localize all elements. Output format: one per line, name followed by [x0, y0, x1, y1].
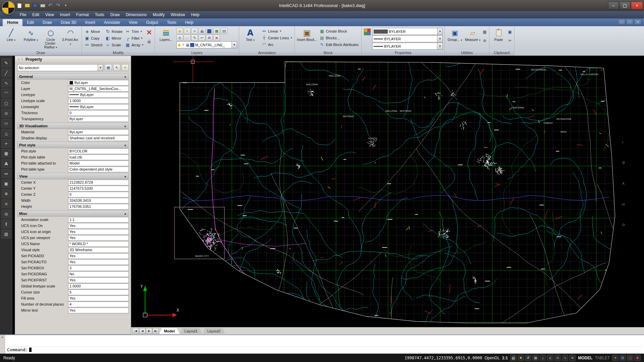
chevron-down-icon[interactable]: ▼ [98, 64, 103, 71]
section-header-view[interactable]: View▲ [17, 173, 129, 179]
chevron-down-icon[interactable]: ▼ [437, 43, 442, 49]
property-value-center-x[interactable]: 2123822.8728 [68, 180, 129, 185]
gear-button[interactable]: ⚙ [620, 355, 626, 361]
hatch-tool-button[interactable]: ▦ [1, 149, 11, 158]
previous-layer-toggle[interactable]: ↩ [199, 35, 205, 41]
property-value-fill-area[interactable]: Yes [68, 296, 129, 301]
fillet-button[interactable]: ╭Fillet▾ [124, 35, 144, 41]
menu-insert[interactable]: Insert [57, 11, 73, 18]
menu-help[interactable]: Help [188, 11, 203, 18]
calculator-button[interactable]: ▦ [483, 29, 486, 35]
dimension-tool-button[interactable]: ↔ [1, 169, 11, 178]
annotation-scale[interactable]: 1:1 [502, 356, 508, 360]
layer-states-toggle[interactable]: ▤ [221, 28, 227, 34]
lock-toggle[interactable] [199, 28, 205, 34]
layout-tab-model[interactable]: Model [159, 328, 179, 334]
property-value-set-pickfirst[interactable]: Yes [68, 277, 129, 283]
chevron-down-icon[interactable]: ▼ [437, 36, 442, 42]
line-tool-button[interactable]: ╱ [1, 69, 11, 77]
create-block-button[interactable]: ▦Create Block [318, 28, 360, 34]
property-value-lineweight[interactable]: ByLayer [68, 104, 129, 110]
circle-center-radius-button[interactable]: ○Circle Center-Radius ▾ [41, 27, 60, 49]
block-tool-button[interactable]: ▣ [1, 179, 11, 188]
menu-dimensions[interactable]: Dimensions [123, 11, 150, 18]
group-button[interactable]: ▣Group... ▾ [446, 27, 463, 42]
ucs-status-button[interactable]: + [612, 355, 619, 361]
line-button[interactable]: ╱Line ▾ [2, 27, 20, 42]
menu-file[interactable]: File [17, 11, 29, 18]
copy-button[interactable]: ▣Copy [84, 35, 104, 41]
array-button[interactable]: ▦Array▾ [124, 42, 144, 48]
grid-toggle[interactable]: ▦ [532, 355, 539, 361]
tab-home[interactable]: Home [3, 19, 22, 26]
stretch-button[interactable]: ↔Stretch [84, 42, 104, 48]
snap-toggle[interactable]: # [525, 355, 531, 361]
menu-modify[interactable]: Modify [150, 11, 168, 18]
property-value-set-pickdrag[interactable]: No [68, 271, 129, 277]
property-value-plot-style[interactable]: BYCOLOR [68, 148, 129, 154]
app-logo-icon[interactable] [2, 1, 15, 14]
tab-output[interactable]: Output [142, 19, 163, 26]
tab-tools[interactable]: Tools [163, 19, 181, 26]
id-point-button[interactable]: ⊕ [483, 37, 486, 43]
etrack-toggle[interactable]: ∿ [562, 355, 568, 361]
esnap-toggle[interactable]: ⊙ [554, 355, 561, 361]
arc-tool-button[interactable]: ◠ [1, 89, 11, 97]
tab-draw[interactable]: Draw [38, 19, 56, 26]
snap-tool-button[interactable]: ⊕ [1, 189, 11, 198]
off-toggle[interactable]: ○ [184, 35, 191, 41]
blocks-button[interactable]: ▤Blocks... [318, 35, 360, 41]
new-layer-toggle[interactable]: ▦ [213, 28, 220, 34]
layout-next-button[interactable]: ▶ [146, 328, 152, 334]
close-icon[interactable]: × [1, 335, 3, 339]
tablet-toggle[interactable]: TABLET [595, 356, 610, 360]
menu-edit[interactable]: Edit [29, 11, 42, 18]
minimize-button[interactable]: – [608, 2, 619, 9]
chevron-down-icon[interactable]: ▼ [437, 28, 442, 35]
plot-button[interactable] [39, 3, 46, 9]
alert-button[interactable]: ● [634, 355, 641, 361]
layout-prev-button[interactable]: ◀ [139, 328, 146, 334]
move-button[interactable]: +Move [84, 28, 104, 35]
rectangle-tool-button[interactable]: ▭ [1, 119, 11, 128]
property-value-plot-table-type[interactable]: Color-dependent plot style [68, 167, 129, 172]
point-tool-button[interactable]: + [1, 139, 11, 148]
maximize-button[interactable]: ▢ [620, 2, 630, 9]
polyline-button[interactable]: ∿Polyline ▾ [21, 27, 40, 42]
save-button[interactable] [32, 3, 38, 9]
property-value-ucs-per-viewport[interactable]: Yes [68, 235, 129, 241]
property-value-center-z[interactable]: 0 [68, 192, 129, 197]
lwt-toggle[interactable]: ≡ [569, 355, 576, 361]
property-value-linetype-scale[interactable]: 1.0000 [68, 98, 129, 104]
layer-dropdown[interactable]: ●☀M_CNTRL_LINE_▼ [176, 41, 237, 48]
property-value-transparency[interactable]: ByLayer [68, 116, 129, 122]
lock-button[interactable] [148, 39, 151, 45]
property-value-center-y[interactable]: 1147673.5330 [68, 186, 129, 191]
layers-button[interactable]: Layers... [157, 27, 175, 42]
layout-tab-layout2[interactable]: Layout2 [203, 328, 225, 334]
property-value-annotation-scale[interactable]: 1:1 [68, 217, 129, 223]
layout-last-button[interactable]: ▶| [153, 328, 159, 334]
tab-help[interactable]: Help [181, 19, 198, 26]
properties-launcher-button[interactable] [363, 27, 371, 35]
edit-block-attributes-button[interactable]: ✎Edit Block Attributes [318, 41, 360, 48]
mirror-button[interactable]: ◧Mirror [104, 35, 123, 41]
property-value-layer[interactable]: M_CNTRL_LINE_SectionCou... [68, 86, 129, 92]
lock-toggle[interactable] [510, 355, 517, 361]
property-value-color[interactable]: ByLayer [68, 80, 129, 86]
property-value-width[interactable]: 334338.3419 [68, 198, 129, 203]
menu-view[interactable]: View [42, 11, 57, 18]
new-file-button[interactable] [16, 3, 23, 9]
circle-tool-button[interactable]: ○ [1, 99, 11, 107]
polygon-tool-button[interactable]: △ [1, 129, 11, 138]
property-value-linetype[interactable]: ByLayer [68, 92, 129, 98]
redo-button[interactable]: ↷ [55, 3, 61, 9]
selection-combo[interactable]: No selection ▼ [17, 64, 103, 71]
copy-clip-button[interactable]: ▣ [508, 29, 512, 35]
section-header-general[interactable]: General▲ [17, 73, 129, 80]
tab-insert[interactable]: Insert [81, 19, 100, 26]
menu-draw[interactable]: Draw [107, 11, 123, 18]
polyline-tool-button[interactable]: ∿ [1, 79, 11, 87]
property-value-plot-table-attached-to[interactable]: Model [68, 161, 129, 166]
undo-button[interactable]: ↶ [47, 3, 54, 9]
